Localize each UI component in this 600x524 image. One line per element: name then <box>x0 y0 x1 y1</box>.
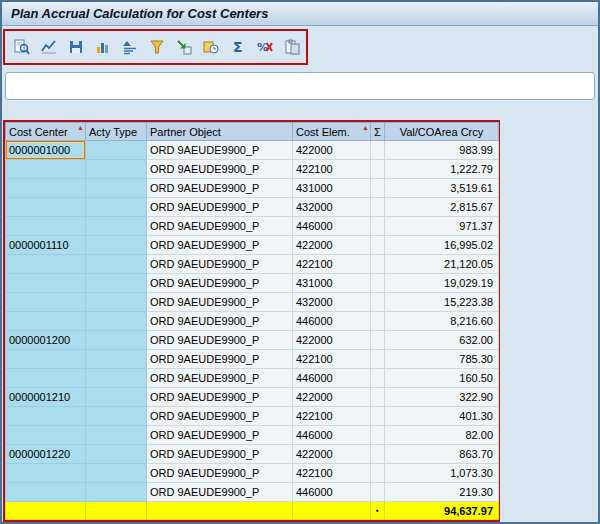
cell-partner-object[interactable]: ORD 9AEUDE9900_P <box>147 274 293 293</box>
cell-value[interactable]: 971.37 <box>385 217 499 236</box>
cell-cost-center[interactable] <box>6 464 86 483</box>
cell-value[interactable]: 785.30 <box>385 350 499 369</box>
cell-partner-object[interactable]: ORD 9AEUDE9900_P <box>147 217 293 236</box>
cell-cost-elem[interactable]: 446000 <box>293 312 371 331</box>
filter-button[interactable] <box>147 37 167 58</box>
sort-ascending-button[interactable] <box>120 37 140 58</box>
cell-partner-object[interactable]: ORD 9AEUDE9900_P <box>147 179 293 198</box>
table-row[interactable]: ORD 9AEUDE9900_P 446000 8,216.60 <box>6 312 499 331</box>
cell-partner-object[interactable]: ORD 9AEUDE9900_P <box>147 369 293 388</box>
cell-cost-center[interactable] <box>6 179 86 198</box>
cell-acty-type[interactable] <box>86 426 147 445</box>
cell-partner-object[interactable]: ORD 9AEUDE9900_P <box>147 160 293 179</box>
cell-acty-type[interactable] <box>86 388 147 407</box>
cell-cost-elem[interactable]: 432000 <box>293 293 371 312</box>
cell-value[interactable]: 82.00 <box>385 426 499 445</box>
cell-cost-center[interactable] <box>6 369 86 388</box>
cell-acty-type[interactable] <box>86 293 147 312</box>
column-header-partner-object[interactable]: Partner Object <box>147 123 293 141</box>
cell-cost-center[interactable] <box>6 293 86 312</box>
table-row[interactable]: ORD 9AEUDE9900_P 422100 1,222.79 <box>6 160 499 179</box>
cell-partner-object[interactable]: ORD 9AEUDE9900_P <box>147 236 293 255</box>
cell-acty-type[interactable] <box>86 217 147 236</box>
column-header-value[interactable]: Val/COArea Crcy <box>385 123 499 141</box>
cell-acty-type[interactable] <box>86 350 147 369</box>
cell-cost-elem[interactable]: 422100 <box>293 160 371 179</box>
cell-acty-type[interactable] <box>86 331 147 350</box>
cell-cost-elem[interactable]: 446000 <box>293 426 371 445</box>
cell-value[interactable]: 8,216.60 <box>385 312 499 331</box>
cell-cost-elem[interactable]: 422000 <box>293 141 371 160</box>
cell-acty-type[interactable] <box>86 255 147 274</box>
cell-value[interactable]: 160.50 <box>385 369 499 388</box>
cell-cost-elem[interactable]: 446000 <box>293 483 371 502</box>
cell-cost-center[interactable]: 0000001220 <box>6 445 86 464</box>
cell-partner-object[interactable]: ORD 9AEUDE9900_P <box>147 388 293 407</box>
save-button[interactable] <box>66 37 86 58</box>
table-row[interactable]: 0000001110 ORD 9AEUDE9900_P 422000 16,99… <box>6 236 499 255</box>
cell-value[interactable]: 632.00 <box>385 331 499 350</box>
cell-cost-elem[interactable]: 422000 <box>293 388 371 407</box>
cell-partner-object[interactable]: ORD 9AEUDE9900_P <box>147 331 293 350</box>
cell-cost-elem[interactable]: 431000 <box>293 179 371 198</box>
table-row[interactable]: ORD 9AEUDE9900_P 446000 971.37 <box>6 217 499 236</box>
cell-acty-type[interactable] <box>86 445 147 464</box>
cell-cost-elem[interactable]: 422000 <box>293 331 371 350</box>
cell-acty-type[interactable] <box>86 464 147 483</box>
cell-cost-elem[interactable]: 432000 <box>293 198 371 217</box>
cell-value[interactable]: 3,519.61 <box>385 179 499 198</box>
cell-cost-elem[interactable]: 422100 <box>293 255 371 274</box>
cell-cost-center[interactable] <box>6 350 86 369</box>
cell-cost-center[interactable]: 0000001210 <box>6 388 86 407</box>
cell-partner-object[interactable]: ORD 9AEUDE9900_P <box>147 141 293 160</box>
cell-value[interactable]: 863.70 <box>385 445 499 464</box>
cell-cost-center[interactable] <box>6 160 86 179</box>
cell-cost-elem[interactable]: 446000 <box>293 369 371 388</box>
table-row[interactable]: ORD 9AEUDE9900_P 446000 82.00 <box>6 426 499 445</box>
cell-acty-type[interactable] <box>86 141 147 160</box>
cell-value[interactable]: 219.30 <box>385 483 499 502</box>
table-row[interactable]: ORD 9AEUDE9900_P 422100 401.30 <box>6 407 499 426</box>
cell-cost-center[interactable] <box>6 274 86 293</box>
table-row[interactable]: ORD 9AEUDE9900_P 431000 19,029.19 <box>6 274 499 293</box>
table-row[interactable]: 0000001210 ORD 9AEUDE9900_P 422000 322.9… <box>6 388 499 407</box>
copy-button[interactable] <box>282 37 302 58</box>
cell-acty-type[interactable] <box>86 236 147 255</box>
cell-partner-object[interactable]: ORD 9AEUDE9900_P <box>147 350 293 369</box>
cell-cost-center[interactable] <box>6 483 86 502</box>
cell-acty-type[interactable] <box>86 483 147 502</box>
sum-button[interactable]: Σ <box>228 37 248 58</box>
cell-cost-elem[interactable]: 422100 <box>293 350 371 369</box>
cell-cost-elem[interactable]: 422100 <box>293 464 371 483</box>
cell-value[interactable]: 2,815.67 <box>385 198 499 217</box>
cell-cost-elem[interactable]: 422100 <box>293 407 371 426</box>
selection-input[interactable] <box>5 72 595 100</box>
history-button[interactable] <box>201 37 221 58</box>
cell-value[interactable]: 16,995.02 <box>385 236 499 255</box>
table-row[interactable]: ORD 9AEUDE9900_P 422100 1,073.30 <box>6 464 499 483</box>
cell-acty-type[interactable] <box>86 312 147 331</box>
cell-cost-center[interactable] <box>6 255 86 274</box>
table-row[interactable]: ORD 9AEUDE9900_P 432000 2,815.67 <box>6 198 499 217</box>
cell-partner-object[interactable]: ORD 9AEUDE9900_P <box>147 198 293 217</box>
table-row[interactable]: ORD 9AEUDE9900_P 446000 160.50 <box>6 369 499 388</box>
table-row[interactable]: 0000001220 ORD 9AEUDE9900_P 422000 863.7… <box>6 445 499 464</box>
column-header-cost-elem[interactable]: Cost Elem. ▲ <box>293 123 371 141</box>
cell-cost-center[interactable] <box>6 407 86 426</box>
cell-value[interactable]: 21,120.05 <box>385 255 499 274</box>
cell-partner-object[interactable]: ORD 9AEUDE9900_P <box>147 407 293 426</box>
drilldown-button[interactable] <box>174 37 194 58</box>
details-button[interactable] <box>12 37 32 58</box>
graphic-button[interactable] <box>39 37 59 58</box>
cell-value[interactable]: 322.90 <box>385 388 499 407</box>
cell-partner-object[interactable]: ORD 9AEUDE9900_P <box>147 293 293 312</box>
table-row[interactable]: ORD 9AEUDE9900_P 432000 15,223.38 <box>6 293 499 312</box>
table-row[interactable]: 0000001200 ORD 9AEUDE9900_P 422000 632.0… <box>6 331 499 350</box>
column-header-sigma[interactable]: Σ <box>371 123 385 141</box>
cell-partner-object[interactable]: ORD 9AEUDE9900_P <box>147 464 293 483</box>
cell-acty-type[interactable] <box>86 407 147 426</box>
cell-cost-center[interactable]: 0000001110 <box>6 236 86 255</box>
cell-value[interactable]: 19,029.19 <box>385 274 499 293</box>
table-row[interactable]: 0000001000 ORD 9AEUDE9900_P 422000 983.9… <box>6 141 499 160</box>
cell-partner-object[interactable]: ORD 9AEUDE9900_P <box>147 483 293 502</box>
